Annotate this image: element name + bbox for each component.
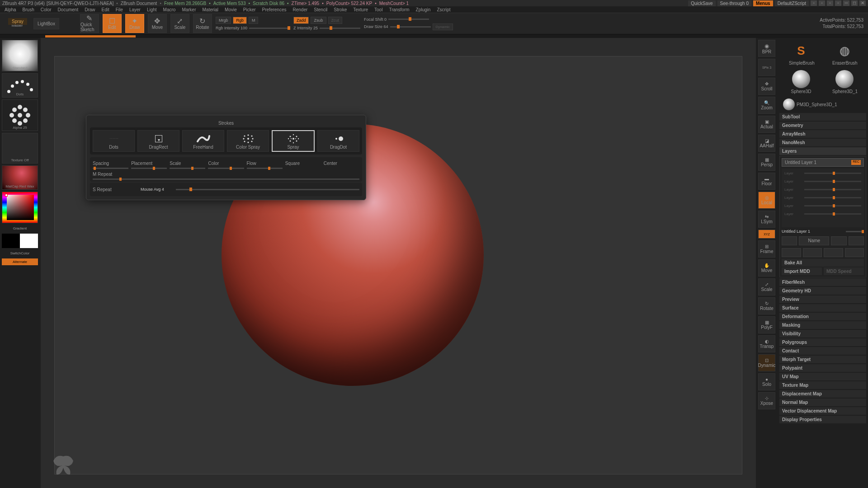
param-srepeat[interactable]: S Repeat [93,187,129,192]
nav-move-button[interactable]: ✋Move [758,259,775,277]
z-intensity-slider[interactable] [320,28,360,29]
menu-macro[interactable]: Macro [163,7,176,12]
menu-layer[interactable]: Layer [129,7,141,12]
menu-file[interactable]: File [116,7,123,12]
maximize-button[interactable]: □ [851,0,858,6]
xpose-button[interactable]: ⊹Xpose [758,392,775,409]
section-geometry[interactable]: Geometry [779,122,866,129]
layer-row[interactable]: Layer [783,169,863,177]
section-morph[interactable]: Morph Target [779,356,866,363]
draw-button[interactable]: ✦Draw [125,14,144,33]
zsub-button[interactable]: Zsub [311,17,326,24]
gradient-button[interactable]: Gradient [2,225,38,232]
menus-button[interactable]: Menus [753,0,773,6]
menu-movie[interactable]: Movie [225,7,237,12]
stroke-thumbnail[interactable]: Dots [2,73,38,98]
layer-dup-button[interactable] [831,236,846,245]
layer-current[interactable]: Untitled Layer 1 [785,160,816,165]
alternate-button[interactable]: Alternate [2,258,38,265]
history-strip[interactable] [0,34,868,38]
zoom-button[interactable]: 🔍Zoom [758,97,775,114]
move-button[interactable]: ✥Move [148,14,167,33]
section-uvmap[interactable]: UV Map [779,373,866,380]
lightbox-button[interactable]: LightBox [33,18,59,29]
dynamic-nav-button[interactable]: ⊡Dynamic [758,354,775,371]
stroke-freehand[interactable]: FreeHand [182,130,224,152]
color-picker[interactable] [2,192,38,223]
menu-picker[interactable]: Picker [243,7,256,12]
quicksketch-button[interactable]: ✎Quick Sketch [80,14,99,33]
spix-button[interactable]: SPix 3 [758,59,775,76]
stroke-dots[interactable]: ⋯⋯Dots [93,130,135,152]
menu-zplugin[interactable]: Zplugin [416,7,431,12]
dynamic-button[interactable]: Dynamic [433,23,453,30]
defaultscript-button[interactable]: DefaultZScript [775,0,809,6]
stroke-spray[interactable]: Spray [272,130,315,152]
menu-transform[interactable]: Transform [389,7,409,12]
menu-material[interactable]: Material [203,7,219,12]
section-subtool[interactable]: SubTool [779,113,866,121]
tool-sphere3d[interactable]: Sphere3D [789,70,813,94]
layer-row[interactable]: Layer [783,210,863,217]
scroll-button[interactable]: ✥Scroll [758,78,775,95]
close-button[interactable]: ✕ [859,0,866,6]
layer-btn-d[interactable] [845,248,864,257]
param-center[interactable]: Center [324,161,359,169]
win-btn-4[interactable]: ▫ [835,0,841,6]
rotate-button[interactable]: ↻Rotate [193,14,212,33]
frame-button[interactable]: ⊞Frame [758,240,775,258]
minimize-button[interactable]: ─ [843,0,849,6]
scale-button[interactable]: ⤢Scale [170,14,189,33]
transp-button[interactable]: ◐Transp [758,335,775,352]
rgb-intensity-slider[interactable] [249,28,290,29]
persp-button[interactable]: ▦Persp [758,154,775,171]
section-vecdisp[interactable]: Vector Displacement Map [779,407,866,415]
menu-brush[interactable]: Brush [23,7,34,12]
mddspeed-button[interactable]: MDD Speed [824,267,864,275]
menu-color[interactable]: Color [41,7,52,12]
rgb-button[interactable]: Rgb [233,17,247,24]
lsym-button[interactable]: ⇆LSym [758,211,775,228]
layer-new-button[interactable] [782,236,797,245]
canvas[interactable]: Strokes ⋯⋯Dots ▾DragRect FreeHand Color … [41,38,756,488]
tool-eraserbrush[interactable]: ◍EraserBrush [832,42,857,66]
menu-draw[interactable]: Draw [85,7,95,12]
section-texmap[interactable]: Texture Map [779,381,866,389]
section-layers[interactable]: Layers [779,147,866,155]
section-visibility[interactable]: Visibility [779,330,866,338]
bakeall-button[interactable]: Bake All [782,259,864,267]
win-btn-3[interactable]: ▫ [827,0,833,6]
polyf-button[interactable]: ▦PolyF [758,316,775,333]
seethrough-slider[interactable]: See-through 0 [717,0,751,6]
param-flow[interactable]: Flow [247,161,283,169]
section-surface[interactable]: Surface [779,304,866,312]
section-fibermesh[interactable]: FiberMesh [779,278,866,286]
tool-pm3d-sphere[interactable]: PM3D_Sphere3D_1 [783,99,837,110]
section-polypaint[interactable]: Polypaint [779,364,866,372]
switchcolor-button[interactable]: SwitchColor [2,250,38,257]
section-nanomesh[interactable]: NanoMesh [779,139,866,146]
section-dispprop[interactable]: Display Properties [779,416,866,423]
importmdd-button[interactable]: Import MDD [782,267,822,275]
swatch-white[interactable] [20,234,38,248]
menu-stroke[interactable]: Stroke [334,7,347,12]
win-btn-1[interactable]: ▫ [811,0,817,6]
swatch-black[interactable] [2,234,20,248]
stroke-dragrect[interactable]: ▾DragRect [137,130,179,152]
tool-sphere3d-1[interactable]: Sphere3D_1 [832,70,857,94]
section-dispmap[interactable]: Displacement Map [779,390,866,398]
stroke-dragdot[interactable]: DragDot [317,130,359,152]
section-normmap[interactable]: Normal Map [779,399,866,406]
menu-document[interactable]: Document [58,7,79,12]
menu-preferences[interactable]: Preferences [262,7,287,12]
floor-button[interactable]: ▬Floor [758,173,775,190]
layer-row[interactable]: Layer [783,202,863,209]
solo-button[interactable]: ●Solo [758,373,775,390]
aahalf-button[interactable]: ◪AAHalf [758,135,775,152]
nav-rotate-button[interactable]: ↻Rotate [758,297,775,314]
focal-shift-slider[interactable] [388,19,429,20]
layer-row[interactable]: Layer [783,194,863,201]
nav-scale-button[interactable]: ⤢Scale [758,278,775,296]
section-deformation[interactable]: Deformation [779,313,866,320]
menu-marker[interactable]: Marker [182,7,196,12]
